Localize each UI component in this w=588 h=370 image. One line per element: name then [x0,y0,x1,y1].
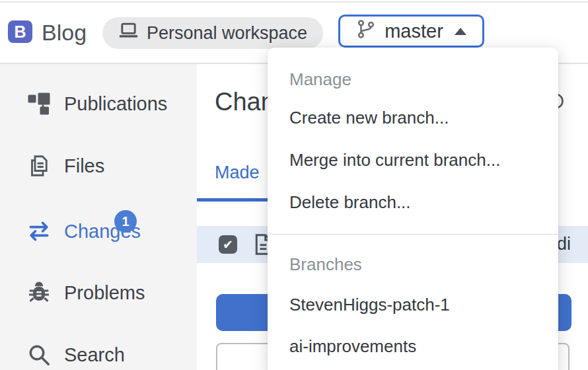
sidebar-item-changes[interactable]: Changes [0,218,197,244]
search-icon [26,342,52,367]
badge-count: 1 [122,214,129,229]
workspace-switcher-button[interactable]: Personal workspace [102,17,323,49]
sidebar-item-search[interactable]: Search [0,342,197,368]
top-hairline [0,1,588,3]
file-name-fragment: di [557,234,571,254]
branch-selector-button[interactable]: master [338,15,484,48]
checkmark-icon: ✔ [223,237,233,252]
sidebar-item-label: Problems [64,282,145,304]
tab-made-changes[interactable]: Made [215,163,260,183]
laptop-icon [118,20,139,46]
menu-divider [268,234,558,235]
menu-item-merge-branch[interactable]: Merge into current branch... [289,150,500,170]
menu-item-create-branch[interactable]: Create new branch... [289,108,449,128]
app-title: Blog [42,20,87,46]
sidebar-item-label: Search [64,344,125,366]
menu-item-delete-branch[interactable]: Delete branch... [289,192,411,212]
menu-item-branch-ai-improvements[interactable]: ai-improvements [289,336,416,356]
swap-arrows-icon [26,219,52,244]
chevron-up-icon [455,28,466,35]
sidebar-item-publications[interactable]: Publications [0,91,197,117]
branch-label: master [385,20,443,42]
app-logo[interactable]: B [8,20,32,43]
sidebar-item-label: Publications [64,93,167,115]
sitemap-icon [26,91,52,116]
changes-count-badge: 1 [114,210,137,233]
files-icon [26,153,52,178]
menu-item-branch-stevenhiggs-patch-1[interactable]: StevenHiggs-patch-1 [289,295,450,314]
sidebar-item-problems[interactable]: Problems [0,279,197,306]
bug-icon [26,280,52,305]
menu-header-manage: Manage [289,69,351,89]
branch-dropdown-menu: Manage Create new branch... Merge into c… [268,48,558,370]
sidebar-item-label: Files [64,155,104,177]
file-checkbox[interactable]: ✔ [219,235,237,254]
git-branch-icon [356,19,376,44]
sidebar: Publications Files Changes [0,64,197,370]
workspace-label: Personal workspace [147,23,307,44]
menu-header-branches: Branches [289,254,362,274]
app-logo-letter: B [14,22,26,42]
sidebar-item-files[interactable]: Files [0,153,197,179]
